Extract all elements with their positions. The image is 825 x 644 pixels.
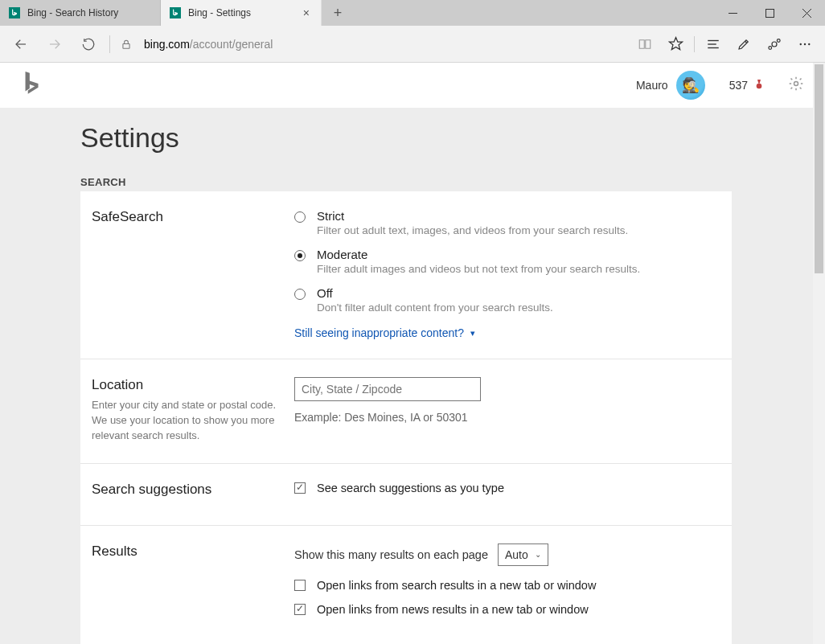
bing-favicon [169, 6, 182, 19]
row-suggestions: Search suggestions See search suggestion… [80, 464, 732, 526]
chevron-down-icon: ▾ [470, 328, 475, 338]
share-button[interactable] [759, 28, 790, 60]
back-button[interactable] [5, 28, 37, 60]
checkbox-icon [294, 482, 306, 494]
bing-logo[interactable] [21, 71, 42, 100]
radio-title: Strict [317, 209, 628, 223]
page-viewport: Mauro 🕵️ 537 Settings SEARCH SafeSearch [0, 63, 825, 644]
suggestions-checkbox[interactable]: See search suggestions as you type [294, 482, 716, 494]
browser-tab-settings[interactable]: Bing - Settings × [161, 0, 322, 26]
svg-point-17 [804, 43, 806, 44]
window-close-button[interactable] [788, 0, 825, 26]
more-button[interactable] [790, 28, 820, 60]
location-help: Enter your city and state or postal code… [92, 398, 294, 444]
username: Mauro [636, 79, 668, 92]
radio-icon [294, 211, 306, 223]
bing-header: Mauro 🕵️ 537 [0, 63, 825, 108]
radio-icon [294, 289, 306, 300]
link-text: Still seeing inappropriate content? [294, 326, 464, 339]
chevron-down-icon: ⌄ [535, 550, 541, 559]
favorite-button[interactable] [660, 28, 691, 60]
window-controls [714, 0, 825, 26]
reading-view-button[interactable] [630, 28, 660, 60]
settings-wrap: Settings SEARCH SafeSearch Strict Filter… [0, 108, 825, 644]
svg-point-16 [800, 43, 802, 44]
window-maximize-button[interactable] [751, 0, 788, 26]
location-example: Example: Des Moines, IA or 50301 [294, 411, 716, 424]
svg-point-19 [757, 83, 762, 88]
svg-rect-8 [123, 43, 129, 48]
forward-button[interactable] [39, 28, 71, 60]
svg-point-13 [772, 42, 777, 47]
checkbox-label: Open links from search results in a new … [317, 579, 596, 592]
checkbox-icon [294, 580, 306, 591]
results-label: Results [92, 544, 294, 560]
svg-point-14 [777, 39, 780, 42]
location-input[interactable] [294, 377, 481, 401]
rewards-button[interactable]: 537 [729, 78, 765, 93]
svg-rect-3 [765, 9, 774, 17]
settings-card: SafeSearch Strict Filter out adult text,… [80, 191, 732, 644]
lock-icon [115, 39, 138, 50]
separator [694, 36, 695, 52]
safesearch-radio-moderate[interactable]: Moderate Filter adult images and videos … [294, 248, 716, 275]
radio-desc: Filter adult images and videos but not t… [317, 263, 640, 275]
user-menu[interactable]: Mauro 🕵️ [636, 71, 705, 100]
radio-desc: Don't filter adult content from your sea… [317, 301, 553, 314]
radio-title: Moderate [317, 248, 640, 261]
refresh-button[interactable] [72, 28, 105, 60]
avatar: 🕵️ [676, 71, 705, 100]
select-value: Auto [505, 548, 528, 561]
checkbox-icon [294, 604, 306, 615]
webnote-button[interactable] [729, 28, 759, 60]
radio-icon [294, 250, 306, 261]
pagesize-label: Show this many results on each page [294, 548, 488, 561]
safesearch-more-link[interactable]: Still seeing inappropriate content? ▾ [294, 326, 475, 339]
separator [109, 35, 110, 53]
browser-toolbar: bing.com/account/general [0, 26, 825, 63]
row-results: Results Show this many results on each p… [80, 526, 732, 644]
browser-tab-history[interactable]: Bing - Search History [0, 0, 161, 26]
address-domain: bing.com [144, 38, 190, 51]
page-title: Settings [80, 122, 825, 154]
radio-desc: Filter out adult text, images, and video… [317, 224, 628, 236]
bing-favicon [8, 6, 21, 19]
new-tab-button[interactable]: + [322, 0, 354, 26]
svg-point-20 [794, 82, 798, 86]
radio-title: Off [317, 286, 553, 300]
close-tab-button[interactable]: × [300, 6, 313, 19]
open-search-newtab-checkbox[interactable]: Open links from search results in a new … [294, 579, 716, 592]
hub-button[interactable] [698, 28, 729, 60]
suggestions-label: Search suggestions [92, 482, 294, 498]
toolbar-right [630, 28, 820, 60]
safesearch-radio-off[interactable]: Off Don't filter adult content from your… [294, 286, 716, 314]
address-path: /account/general [190, 38, 273, 51]
row-safesearch: SafeSearch Strict Filter out adult text,… [80, 191, 732, 359]
medal-icon [753, 78, 765, 93]
svg-point-15 [769, 46, 772, 49]
rewards-points: 537 [729, 79, 748, 92]
settings-gear-button[interactable] [788, 76, 804, 95]
tab-title: Bing - Search History [27, 7, 118, 18]
svg-point-18 [808, 43, 810, 44]
pagesize-select[interactable]: Auto ⌄ [498, 544, 548, 566]
svg-marker-9 [669, 38, 682, 50]
safesearch-label: SafeSearch [92, 209, 294, 225]
window-minimize-button[interactable] [714, 0, 751, 26]
scrollbar[interactable] [813, 63, 825, 644]
safesearch-radio-strict[interactable]: Strict Filter out adult text, images, an… [294, 209, 716, 236]
address-bar[interactable]: bing.com/account/general [139, 38, 628, 51]
section-head-search: SEARCH [80, 176, 825, 188]
checkbox-label: See search suggestions as you type [317, 482, 504, 494]
checkbox-label: Open links from news results in a new ta… [317, 603, 589, 616]
open-news-newtab-checkbox[interactable]: Open links from news results in a new ta… [294, 603, 716, 616]
titlebar: Bing - Search History Bing - Settings × … [0, 0, 825, 26]
row-location: Location Enter your city and state or po… [80, 359, 732, 464]
location-label: Location [92, 377, 294, 393]
tab-title: Bing - Settings [188, 7, 251, 18]
